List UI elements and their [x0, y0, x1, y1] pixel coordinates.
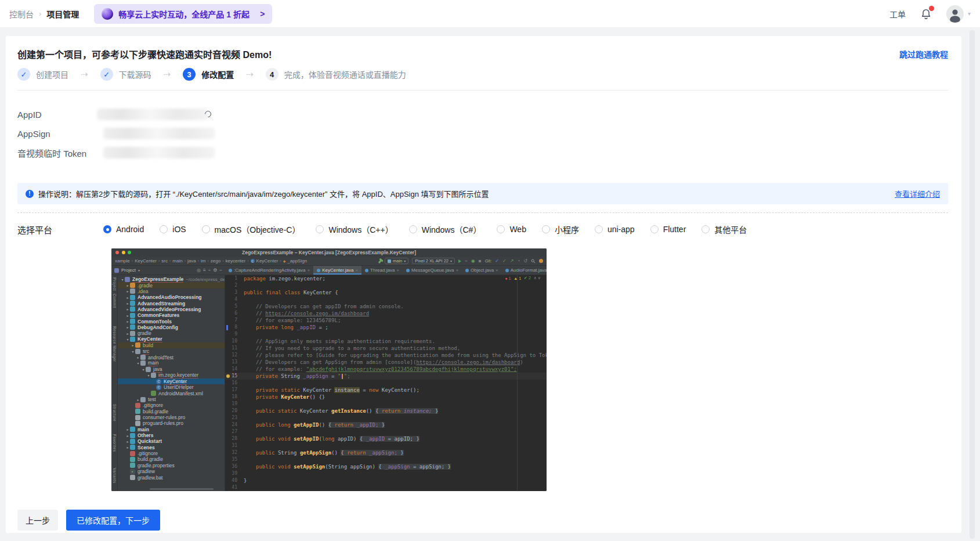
step-label: 完成，体验音视频通话或直播能力 — [284, 68, 406, 80]
folder-icon — [130, 319, 135, 324]
notification-bell-icon[interactable] — [920, 7, 932, 21]
code-text: public long getAppID() { return _appID; … — [240, 421, 385, 428]
form-row-1: AppID — [17, 107, 225, 122]
tree-item-label: AdvancedStreaming — [138, 301, 185, 306]
platform-option-label: Windows（C#） — [422, 223, 482, 235]
radio-unselected-icon — [202, 225, 210, 233]
code-token: = ; — [316, 324, 328, 330]
run-config-chip: main ▾ — [385, 258, 408, 264]
code-token: https://console.zego.im/dashboard — [265, 311, 369, 316]
code-line: 23 — [225, 414, 547, 421]
tree-toggle-icon: ▸ — [125, 434, 130, 438]
tree-item: ▸gradlew — [118, 468, 225, 474]
promo-banner[interactable]: 畅享云上实时互动，全线产品 1 折起 > — [94, 4, 272, 24]
platform-option-Android[interactable]: Android — [103, 225, 144, 234]
tree-toggle-icon: ▸ — [131, 343, 135, 347]
ide-breadcrumb-item: im — [201, 258, 205, 264]
project-panel-icon — [114, 268, 119, 273]
close-icon: × — [396, 268, 399, 273]
radio-unselected-icon — [497, 225, 505, 233]
platform-option-其他平台[interactable]: 其他平台 — [701, 223, 747, 235]
breadcrumb-separator-icon: › — [207, 259, 208, 263]
line-number: 23 — [225, 414, 240, 421]
code-line: 13// Developers can get AppSign from adm… — [225, 359, 547, 366]
code-text: package im.zego.keycenter; — [240, 275, 326, 282]
line-number: 1 — [225, 275, 240, 282]
code-token: () — [331, 450, 341, 456]
platform-option-iOS[interactable]: iOS — [160, 225, 186, 234]
project-tree: ▾ZegoExpressExample~/code/express_demo_n… — [118, 275, 225, 491]
previous-step-button[interactable]: 上一步 — [17, 510, 58, 531]
code-text: public final class KeyCenter { — [240, 289, 338, 296]
code-token: // please refer to [Guide for upgrading … — [256, 352, 547, 358]
page-scrollbar[interactable] — [970, 30, 975, 539]
platform-option-Windows（C++）[interactable]: Windows（C++） — [316, 223, 393, 235]
next-step-button[interactable]: 已修改配置，下一步 — [66, 510, 160, 531]
ide-breadcrumb-item: KeyCenter — [135, 258, 157, 264]
inspection-red-count: ● 1 — [505, 276, 511, 280]
code-text: // Developers can get AppSign from admin… — [240, 359, 523, 366]
tree-item-label: KeyCenter — [164, 378, 187, 385]
code-token: { — [341, 450, 347, 456]
code-line: 27 — [225, 428, 547, 435]
dashed-divider — [17, 212, 948, 213]
code-token: instance; — [404, 408, 435, 414]
tree-toggle-icon: ▾ — [120, 277, 125, 282]
radio-selected-icon — [103, 225, 111, 233]
folder-icon — [130, 331, 135, 336]
code-line: 16 — [225, 380, 547, 387]
tree-item: CUserIDHelper — [118, 384, 225, 390]
code-text: // https://console.zego.im/dashboard — [240, 310, 369, 317]
tree-item: ▸AdvancedStreaming — [118, 300, 225, 306]
skip-tutorial-link[interactable]: 跳过跑通教程 — [899, 48, 948, 60]
field-value-redacted — [103, 146, 225, 159]
tree-item-label: src — [143, 348, 149, 355]
code-line: 14// for example: "abcdefghijklmnopqrstu… — [225, 366, 547, 373]
search-icon — [531, 259, 536, 264]
tree-item: proguard-rules.pro — [118, 420, 225, 426]
history-icon: ◔ — [517, 258, 520, 264]
tree-item: ▸AdvancedAudioProcessing — [118, 294, 225, 300]
tree-toggle-icon: ▾ — [125, 337, 130, 341]
platform-option-小程序[interactable]: 小程序 — [542, 223, 579, 235]
line-number: 11 — [225, 345, 240, 352]
chevron-down-icon: ▾ — [138, 268, 140, 272]
code-line: 19 — [225, 401, 547, 407]
wizard-step-1: ✓创建项目 — [17, 68, 68, 81]
code-token: } — [448, 464, 451, 470]
git-label: Git: — [485, 258, 492, 264]
tree-item-label: androidTest — [148, 355, 173, 360]
step-label: 修改配置 — [201, 68, 234, 80]
code-line: 20public static KeyCenter getInstance() … — [225, 407, 547, 414]
tree-item: .gitignore — [118, 450, 225, 456]
code-text: } — [240, 477, 247, 484]
code-token: (String appSign) — [325, 464, 378, 470]
code-line: 6// https://console.zego.im/dashboard — [225, 310, 547, 317]
platform-option-Windows（C#）[interactable]: Windows（C#） — [409, 223, 482, 235]
ide-breadcrumb-item: src — [161, 258, 168, 264]
ide-toolbar-right: main ▾ Pixel 2 XL API 22 ▾ ⌁ ◉ ■ Git: ✓ … — [379, 258, 543, 264]
code-token: } — [400, 450, 403, 456]
folder-icon — [130, 288, 135, 294]
breadcrumb-console[interactable]: 控制台 — [9, 8, 34, 20]
maximize-icon — [128, 251, 131, 254]
code-token: _appID — [366, 436, 385, 442]
java-file-icon — [505, 269, 509, 272]
tree-scrollbar — [150, 488, 214, 490]
tree-item-label: main — [148, 360, 158, 366]
tab-label: :CaptureAndRenderingActivity.java — [234, 268, 305, 273]
ide-tab-row: Project ▾ ◎ ≡ ÷ ⚙ − :CaptureAndRendering… — [111, 266, 547, 275]
platform-option-uni-app[interactable]: uni-app — [595, 225, 635, 234]
platform-label: 选择平台 — [17, 223, 103, 236]
view-details-link[interactable]: 查看详细介绍 — [883, 188, 940, 199]
code-token: return — [335, 422, 357, 428]
ticket-link[interactable]: 工单 — [889, 8, 906, 20]
platform-option-Flutter[interactable]: Flutter — [650, 225, 686, 234]
tree-item: ▾ZegoExpressExample~/code/express_demo_n… — [118, 276, 225, 282]
step-label: 创建项目 — [36, 68, 68, 80]
tree-item: build.gradle — [118, 456, 225, 462]
breadcrumb-separator-icon: › — [280, 259, 281, 263]
platform-option-macOS（Objective-C）[interactable]: macOS（Objective-C） — [202, 223, 301, 235]
platform-option-Web[interactable]: Web — [497, 225, 526, 234]
user-menu[interactable]: ▾ — [946, 5, 971, 23]
